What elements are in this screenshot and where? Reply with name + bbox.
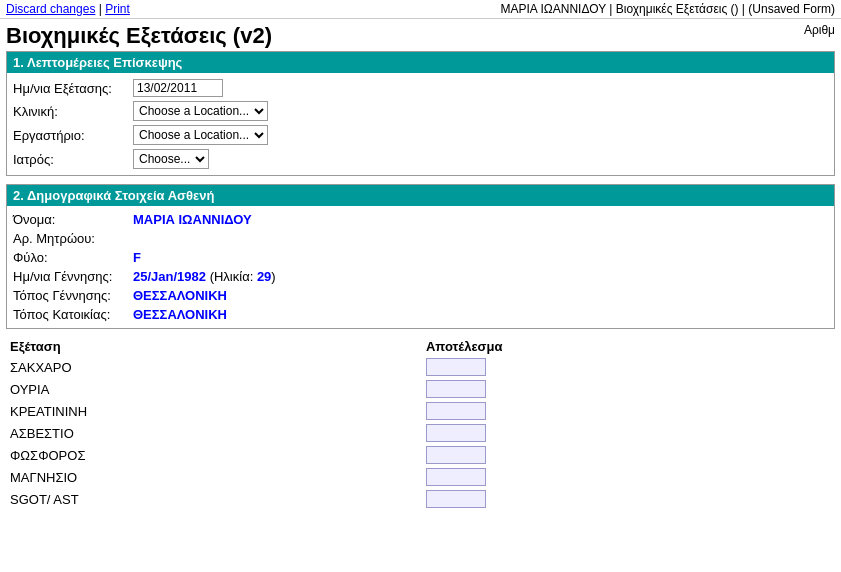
- page-title: Βιοχημικές Εξετάσεις (v2): [6, 23, 272, 49]
- birthplace-value: ΘΕΣΣΑΛΟΝΙΚΗ: [133, 288, 227, 303]
- section1-header: 1. Λεπτομέρειες Επίσκεψης: [7, 52, 834, 73]
- dob-label: Ημ/νια Γέννησης:: [13, 269, 133, 284]
- gender-row: Φύλο: F: [13, 248, 828, 267]
- section2-body: Όνομα: ΜΑΡΙΑ ΙΩΑΝΝΙΔΟΥ Αρ. Μητρώου: Φύλο…: [7, 206, 834, 328]
- page-subtitle: Αριθμ: [804, 23, 835, 37]
- clinic-label: Κλινική:: [13, 104, 133, 119]
- clinic-row: Κλινική: Choose a Location...: [13, 99, 828, 123]
- section1-body: Ημ/νια Εξέτασης: Κλινική: Choose a Locat…: [7, 73, 834, 175]
- exam-result-input[interactable]: [426, 468, 486, 486]
- exam-name: ΣΑΚΧΑΡΟ: [6, 356, 422, 378]
- dob-value: 25/Jan/1982 (Ηλικία: 29): [133, 269, 276, 284]
- lab-row: Εργαστήριο: Choose a Location...: [13, 123, 828, 147]
- exam-date-label: Ημ/νια Εξέτασης:: [13, 81, 133, 96]
- exam-row: ΦΩΣΦΟΡΟΣ: [6, 444, 835, 466]
- exam-result-input[interactable]: [426, 358, 486, 376]
- exam-row: ΑΣΒΕΣΤΙΟ: [6, 422, 835, 444]
- residence-label: Τόπος Κατοικίας:: [13, 307, 133, 322]
- lab-select[interactable]: Choose a Location...: [133, 125, 268, 145]
- gender-value: F: [133, 250, 141, 265]
- name-label: Όνομα:: [13, 212, 133, 227]
- col-result-header: Αποτέλεσμα: [422, 337, 835, 356]
- top-bar: Discard changes | Print ΜΑΡΙΑ ΙΩΑΝΝΙΔΟΥ …: [0, 0, 841, 19]
- name-value: ΜΑΡΙΑ ΙΩΑΝΝΙΔΟΥ: [133, 212, 252, 227]
- exam-result-cell: [422, 422, 835, 444]
- dob-age: 29: [257, 269, 271, 284]
- gender-label: Φύλο:: [13, 250, 133, 265]
- lab-label: Εργαστήριο:: [13, 128, 133, 143]
- residence-value: ΘΕΣΣΑΛΟΝΙΚΗ: [133, 307, 227, 322]
- registry-row: Αρ. Μητρώου:: [13, 229, 828, 248]
- exam-date-input[interactable]: [133, 79, 223, 97]
- top-bar-right: ΜΑΡΙΑ ΙΩΑΝΝΙΔΟΥ | Βιοχημικές Εξετάσεις (…: [500, 2, 835, 16]
- exam-row: ΟΥΡΙΑ: [6, 378, 835, 400]
- exam-table: Εξέταση Αποτέλεσμα ΣΑΚΧΑΡΟΟΥΡΙΑΚΡΕΑΤΙΝΙΝ…: [6, 337, 835, 510]
- exam-result-cell: [422, 378, 835, 400]
- name-row: Όνομα: ΜΑΡΙΑ ΙΩΑΝΝΙΔΟΥ: [13, 210, 828, 229]
- exam-name: SGOT/ AST: [6, 488, 422, 510]
- col-exam-header: Εξέταση: [6, 337, 422, 356]
- exams-section: Εξέταση Αποτέλεσμα ΣΑΚΧΑΡΟΟΥΡΙΑΚΡΕΑΤΙΝΙΝ…: [6, 337, 835, 510]
- exam-row: ΣΑΚΧΑΡΟ: [6, 356, 835, 378]
- exam-result-input[interactable]: [426, 424, 486, 442]
- exam-name: ΟΥΡΙΑ: [6, 378, 422, 400]
- exam-name: ΑΣΒΕΣΤΙΟ: [6, 422, 422, 444]
- top-bar-left: Discard changes | Print: [6, 2, 130, 16]
- page-header: Βιοχημικές Εξετάσεις (v2) Αριθμ: [0, 19, 841, 51]
- dob-age-prefix: (Ηλικία:: [210, 269, 257, 284]
- exam-result-cell: [422, 488, 835, 510]
- birthplace-row: Τόπος Γέννησης: ΘΕΣΣΑΛΟΝΙΚΗ: [13, 286, 828, 305]
- exam-result-cell: [422, 356, 835, 378]
- exam-table-header-row: Εξέταση Αποτέλεσμα: [6, 337, 835, 356]
- exam-result-cell: [422, 400, 835, 422]
- exam-name: ΚΡΕΑΤΙΝΙΝΗ: [6, 400, 422, 422]
- dob-date: 25/Jan/1982: [133, 269, 206, 284]
- clinic-select[interactable]: Choose a Location...: [133, 101, 268, 121]
- doctor-label: Ιατρός:: [13, 152, 133, 167]
- residence-row: Τόπος Κατοικίας: ΘΕΣΣΑΛΟΝΙΚΗ: [13, 305, 828, 324]
- doctor-select[interactable]: Choose...: [133, 149, 209, 169]
- exam-result-input[interactable]: [426, 490, 486, 508]
- discard-changes-link[interactable]: Discard changes: [6, 2, 95, 16]
- exam-result-input[interactable]: [426, 380, 486, 398]
- registry-label: Αρ. Μητρώου:: [13, 231, 133, 246]
- exam-name: ΦΩΣΦΟΡΟΣ: [6, 444, 422, 466]
- exam-result-input[interactable]: [426, 402, 486, 420]
- exam-result-cell: [422, 444, 835, 466]
- exam-date-row: Ημ/νια Εξέτασης:: [13, 77, 828, 99]
- exam-row: ΜΑΓΝΗΣΙΟ: [6, 466, 835, 488]
- exam-result-input[interactable]: [426, 446, 486, 464]
- section2-header: 2. Δημογραφικά Στοιχεία Ασθενή: [7, 185, 834, 206]
- exam-name: ΜΑΓΝΗΣΙΟ: [6, 466, 422, 488]
- birthplace-label: Τόπος Γέννησης:: [13, 288, 133, 303]
- exam-row: SGOT/ AST: [6, 488, 835, 510]
- exam-result-cell: [422, 466, 835, 488]
- dob-row: Ημ/νια Γέννησης: 25/Jan/1982 (Ηλικία: 29…: [13, 267, 828, 286]
- print-link[interactable]: Print: [105, 2, 130, 16]
- section-visit-details: 1. Λεπτομέρειες Επίσκεψης Ημ/νια Εξέταση…: [6, 51, 835, 176]
- dob-age-suffix: ): [271, 269, 275, 284]
- doctor-row: Ιατρός: Choose...: [13, 147, 828, 171]
- section-patient-demographics: 2. Δημογραφικά Στοιχεία Ασθενή Όνομα: ΜΑ…: [6, 184, 835, 329]
- exam-row: ΚΡΕΑΤΙΝΙΝΗ: [6, 400, 835, 422]
